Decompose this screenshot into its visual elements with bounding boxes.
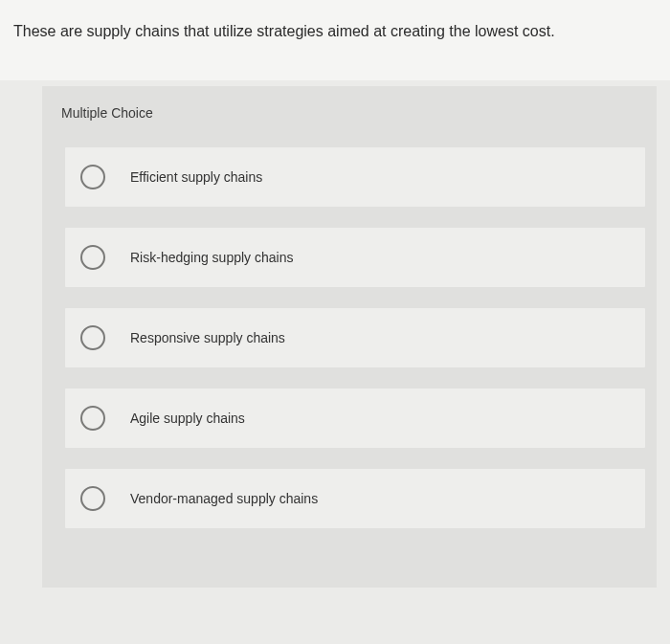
option-row[interactable]: Agile supply chains [65, 389, 645, 448]
mc-heading: Multiple Choice [42, 86, 657, 138]
radio-icon[interactable] [80, 325, 105, 350]
option-label: Efficient supply chains [130, 169, 262, 185]
radio-icon[interactable] [80, 406, 105, 431]
radio-icon[interactable] [80, 245, 105, 270]
option-label: Agile supply chains [130, 411, 245, 426]
option-row[interactable]: Responsive supply chains [65, 308, 645, 367]
option-row[interactable]: Vendor-managed supply chains [65, 469, 645, 528]
question-area: These are supply chains that utilize str… [0, 0, 670, 80]
option-label: Risk-hedging supply chains [130, 250, 293, 265]
option-label: Vendor-managed supply chains [130, 491, 318, 506]
question-text: These are supply chains that utilize str… [13, 21, 657, 42]
option-row[interactable]: Efficient supply chains [65, 147, 645, 207]
options-list: Efficient supply chains Risk-hedging sup… [42, 138, 657, 528]
option-row[interactable]: Risk-hedging supply chains [65, 228, 645, 287]
radio-icon[interactable] [80, 165, 105, 189]
option-label: Responsive supply chains [130, 330, 285, 345]
multiple-choice-container: Multiple Choice Efficient supply chains … [42, 86, 657, 588]
radio-icon[interactable] [80, 486, 105, 511]
